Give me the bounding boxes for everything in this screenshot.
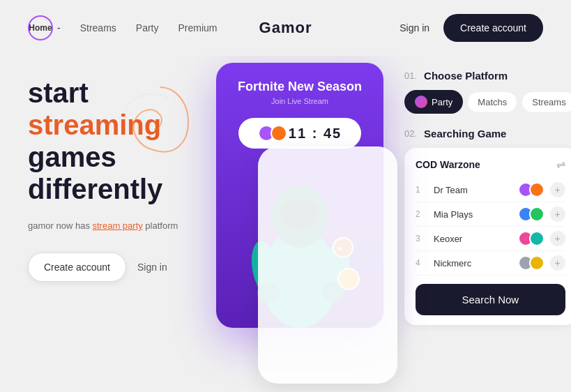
create-account-button-nav[interactable]: Create account [443,14,543,42]
step1-header: 01. Choose Platform [404,70,571,82]
nav-party[interactable]: Party [136,22,159,33]
home-circle-icon: Home [28,15,53,40]
tab-streams-label: Streams [532,97,565,107]
phone-mockup [258,146,397,384]
step2-section: 02. Searching Game COD Warzone ⇌ 1 Dr Te… [404,128,571,325]
add-player-2[interactable]: + [550,206,565,222]
tagline-start: gamor now has [28,220,93,231]
step2-title-searching: Searching [424,128,475,140]
row-name-4: Nickmerc [434,258,518,269]
hero-buttons: Create account Sign in [28,252,209,282]
step1-number: 01. [404,70,417,81]
game-search-header: COD Warzone ⇌ [416,158,565,171]
step2-title: Searching Game [424,128,506,140]
search-now-button[interactable]: Search Now [416,284,565,315]
step1-section: 01. Choose Platform Party Matchs Streams [404,70,571,114]
row-avatars-2 [518,206,545,222]
game-search-box: COD Warzone ⇌ 1 Dr Team + 2 Mia Plays [404,148,571,325]
game-card-section: Fortnite New Season Join Live Stream 11 … [209,56,390,392]
tab-party[interactable]: Party [404,90,463,114]
step2-number: 02. [404,128,417,139]
tab-matches-label: Matchs [478,97,507,107]
row-rank-1: 1 [416,185,427,195]
tab-streams[interactable]: Streams [521,91,571,113]
hero-line1: start [28,77,89,108]
home-label: Home [29,23,52,33]
add-player-1[interactable]: + [550,182,565,197]
add-player-3[interactable]: + [550,231,565,246]
create-account-button[interactable]: Create account [28,252,126,282]
player-row: 4 Nickmerc + [416,251,565,276]
nav-home-item[interactable]: Home - [28,15,61,40]
brand-logo: Gamor [259,19,312,37]
hero-section: start streaming games differently gamor … [28,56,209,392]
stream-party-link[interactable]: stream party [93,220,143,231]
add-player-4[interactable]: + [550,255,565,271]
row-avatars-1 [518,182,545,197]
right-panel: 01. Choose Platform Party Matchs Streams [390,56,571,392]
player-row: 2 Mia Plays + [416,202,565,227]
hero-line3: games [28,142,116,172]
step2-header: 02. Searching Game [404,128,571,140]
step2-title-rest: Game [475,128,507,140]
row-avatars-4 [518,255,545,271]
brand-name: Gamor [259,19,312,36]
filter-icon[interactable]: ⇌ [556,158,565,171]
avatar-4b [529,255,545,271]
step1-title: Choose Platform [424,70,508,82]
player-row: 1 Dr Team + [416,178,565,202]
row-name-3: Keoxer [434,234,518,244]
spiral-decoration-icon [112,80,209,164]
avatar-3b [529,231,545,246]
sign-in-button-hero[interactable]: Sign in [137,262,167,273]
step1-title-choose: Choose [424,70,462,82]
tagline-end: platform [143,220,178,231]
tab-party-label: Party [432,97,452,107]
sign-in-button-nav[interactable]: Sign in [399,22,429,33]
nav-right: Sign in Create account [399,14,543,42]
row-rank-2: 2 [416,209,427,219]
platform-tabs: Party Matchs Streams [404,90,571,114]
hero-tagline: gamor now has stream party platform [28,219,209,233]
navbar: Home - Streams Party Premium Gamor Sign … [0,0,571,56]
main-content: start streaming games differently gamor … [0,56,571,392]
row-rank-3: 3 [416,234,427,243]
game-card-title: Fortnite New Season [238,80,362,94]
row-avatars-3 [518,231,545,246]
row-rank-4: 4 [416,258,427,268]
player-row: 3 Keoxer + [416,227,565,251]
avatar-1b [529,182,545,197]
avatar-2b [529,206,545,222]
tab-matches[interactable]: Matchs [467,91,517,113]
row-name-1: Dr Team [434,185,518,195]
home-dash: - [57,22,61,33]
row-name-2: Mia Plays [434,209,518,220]
nav-left: Home - Streams Party Premium [28,15,218,40]
game-card-subtitle: Join Live Stream [271,97,328,105]
hero-line4: differently [28,174,162,204]
nav-premium[interactable]: Premium [178,22,217,33]
game-search-title: COD Warzone [416,159,480,170]
step1-title-rest: Platform [462,70,508,82]
party-icon [415,96,427,108]
nav-streams[interactable]: Streams [80,22,116,33]
